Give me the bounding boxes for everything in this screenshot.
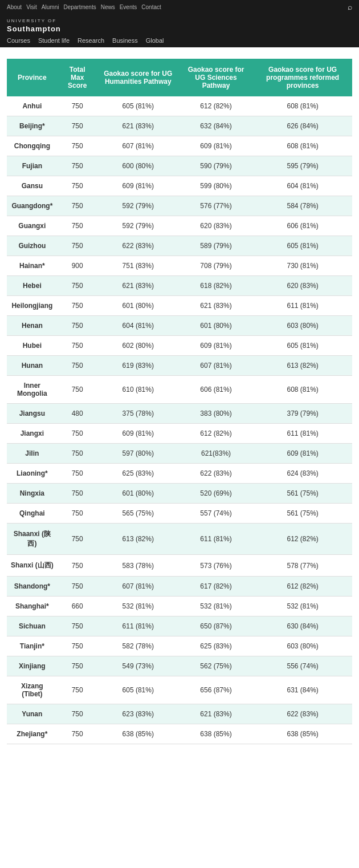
province-cell: Fujian bbox=[7, 156, 58, 176]
reformed-score-cell: 624 (83%) bbox=[253, 464, 352, 484]
max-score-cell: 750 bbox=[58, 724, 97, 744]
table-row: Shanghai*660532 (81%)532 (81%)532 (81%) bbox=[7, 597, 352, 616]
province-cell: Chongqing bbox=[7, 136, 58, 156]
reformed-score-cell: 606 (81%) bbox=[253, 216, 352, 236]
max-score-cell: 750 bbox=[58, 424, 97, 444]
reformed-score-cell: 608 (81%) bbox=[253, 376, 352, 404]
reformed-score-cell: 611 (81%) bbox=[253, 296, 352, 316]
top-utility-bar: About Visit Alumni Departments News Even… bbox=[0, 0, 359, 14]
province-cell: Zhejiang* bbox=[7, 724, 58, 744]
province-cell: Shanxi (山西) bbox=[7, 555, 58, 577]
humanities-score-cell: 604 (81%) bbox=[97, 316, 179, 336]
sciences-score-cell: 621 (83%) bbox=[179, 296, 253, 316]
max-score-cell: 660 bbox=[58, 597, 97, 616]
humanities-score-cell: 751 (83%) bbox=[97, 256, 179, 276]
reformed-score-cell: 730 (81%) bbox=[253, 256, 352, 276]
sciences-score-cell: 609 (81%) bbox=[179, 336, 253, 356]
province-cell: Guangdong* bbox=[7, 196, 58, 216]
table-row: Guangdong*750592 (79%)576 (77%)584 (78%) bbox=[7, 196, 352, 216]
humanities-score-cell: 607 (81%) bbox=[97, 577, 179, 597]
sciences-score-cell: 656 (87%) bbox=[179, 676, 253, 704]
col-header-max-score: Total Max Score bbox=[58, 59, 97, 96]
reformed-score-cell: 620 (83%) bbox=[253, 276, 352, 296]
sciences-score-cell: 573 (76%) bbox=[179, 555, 253, 577]
sciences-score-cell: 589 (79%) bbox=[179, 236, 253, 256]
humanities-score-cell: 601 (80%) bbox=[97, 296, 179, 316]
humanities-score-cell: 602 (80%) bbox=[97, 336, 179, 356]
table-row: Qinghai750565 (75%)557 (74%)561 (75%) bbox=[7, 504, 352, 524]
reformed-score-cell: 603 (80%) bbox=[253, 636, 352, 656]
humanities-score-cell: 549 (73%) bbox=[97, 656, 179, 676]
table-row: Fujian750600 (80%)590 (79%)595 (79%) bbox=[7, 156, 352, 176]
sciences-score-cell: 606 (81%) bbox=[179, 376, 253, 404]
max-score-cell: 750 bbox=[58, 676, 97, 704]
news-link[interactable]: News bbox=[101, 4, 115, 10]
table-row: Henan750604 (81%)601 (80%)603 (80%) bbox=[7, 316, 352, 336]
courses-link[interactable]: Courses bbox=[7, 37, 30, 44]
contact-link[interactable]: Contact bbox=[141, 4, 161, 10]
about-link[interactable]: About bbox=[7, 4, 22, 10]
humanities-score-cell: 565 (75%) bbox=[97, 504, 179, 524]
events-link[interactable]: Events bbox=[120, 4, 137, 10]
table-row: Shaanxi (陕西)750613 (82%)611 (81%)612 (82… bbox=[7, 524, 352, 555]
table-row: Hainan*900751 (83%)708 (79%)730 (81%) bbox=[7, 256, 352, 276]
province-cell: Beijing* bbox=[7, 116, 58, 136]
humanities-score-cell: 597 (80%) bbox=[97, 444, 179, 464]
global-link[interactable]: Global bbox=[146, 37, 164, 44]
max-score-cell: 480 bbox=[58, 404, 97, 424]
research-link[interactable]: Research bbox=[77, 37, 104, 44]
humanities-score-cell: 613 (82%) bbox=[97, 524, 179, 555]
reformed-score-cell: 605 (81%) bbox=[253, 236, 352, 256]
table-row: Jiangsu480375 (78%)383 (80%)379 (79%) bbox=[7, 404, 352, 424]
province-cell: Shandong* bbox=[7, 577, 58, 597]
humanities-score-cell: 609 (81%) bbox=[97, 424, 179, 444]
departments-link[interactable]: Departments bbox=[63, 4, 96, 10]
table-row: Jilin750597 (80%)621(83%)609 (81%) bbox=[7, 444, 352, 464]
province-cell: Ningxia bbox=[7, 484, 58, 504]
sciences-score-cell: 609 (81%) bbox=[179, 136, 253, 156]
humanities-score-cell: 625 (83%) bbox=[97, 464, 179, 484]
humanities-score-cell: 622 (83%) bbox=[97, 236, 179, 256]
search-icon[interactable]: ⌕ bbox=[348, 2, 352, 11]
province-cell: Gansu bbox=[7, 176, 58, 196]
humanities-score-cell: 583 (78%) bbox=[97, 555, 179, 577]
max-score-cell: 750 bbox=[58, 236, 97, 256]
max-score-cell: 750 bbox=[58, 116, 97, 136]
col-header-sciences: Gaokao score for UG Sciences Pathway bbox=[179, 59, 253, 96]
humanities-score-cell: 592 (79%) bbox=[97, 196, 179, 216]
max-score-cell: 750 bbox=[58, 484, 97, 504]
max-score-cell: 750 bbox=[58, 376, 97, 404]
table-row: Beijing*750621 (83%)632 (84%)626 (84%) bbox=[7, 116, 352, 136]
province-cell: Shaanxi (陕西) bbox=[7, 524, 58, 555]
student-life-link[interactable]: Student life bbox=[38, 37, 70, 44]
university-logo: UNIVERSITY OF Southampton bbox=[7, 18, 61, 34]
sciences-score-cell: 590 (79%) bbox=[179, 156, 253, 176]
reformed-score-cell: 595 (79%) bbox=[253, 156, 352, 176]
table-row: Guangxi750592 (79%)620 (83%)606 (81%) bbox=[7, 216, 352, 236]
sciences-score-cell: 708 (79%) bbox=[179, 256, 253, 276]
alumni-link[interactable]: Alumni bbox=[42, 4, 59, 10]
reformed-score-cell: 556 (74%) bbox=[253, 656, 352, 676]
province-cell: Xinjiang bbox=[7, 656, 58, 676]
province-cell: Heilongjiang bbox=[7, 296, 58, 316]
sciences-score-cell: 620 (83%) bbox=[179, 216, 253, 236]
reformed-score-cell: 630 (84%) bbox=[253, 616, 352, 636]
sciences-score-cell: 520 (69%) bbox=[179, 484, 253, 504]
sciences-score-cell: 562 (75%) bbox=[179, 656, 253, 676]
humanities-score-cell: 375 (78%) bbox=[97, 404, 179, 424]
max-score-cell: 750 bbox=[58, 656, 97, 676]
business-link[interactable]: Business bbox=[112, 37, 138, 44]
reformed-score-cell: 584 (78%) bbox=[253, 196, 352, 216]
province-cell: Inner Mongolia bbox=[7, 376, 58, 404]
humanities-score-cell: 621 (83%) bbox=[97, 276, 179, 296]
col-header-reformed: Gaokao score for UG programmes reformed … bbox=[253, 59, 352, 96]
max-score-cell: 750 bbox=[58, 136, 97, 156]
humanities-score-cell: 582 (78%) bbox=[97, 636, 179, 656]
province-cell: Hubei bbox=[7, 336, 58, 356]
province-cell: Liaoning* bbox=[7, 464, 58, 484]
visit-link[interactable]: Visit bbox=[26, 4, 37, 10]
province-cell: Tianjin* bbox=[7, 636, 58, 656]
province-cell: Hunan bbox=[7, 356, 58, 376]
table-row: Yunan750623 (83%)621 (83%)622 (83%) bbox=[7, 704, 352, 724]
reformed-score-cell: 631 (84%) bbox=[253, 676, 352, 704]
